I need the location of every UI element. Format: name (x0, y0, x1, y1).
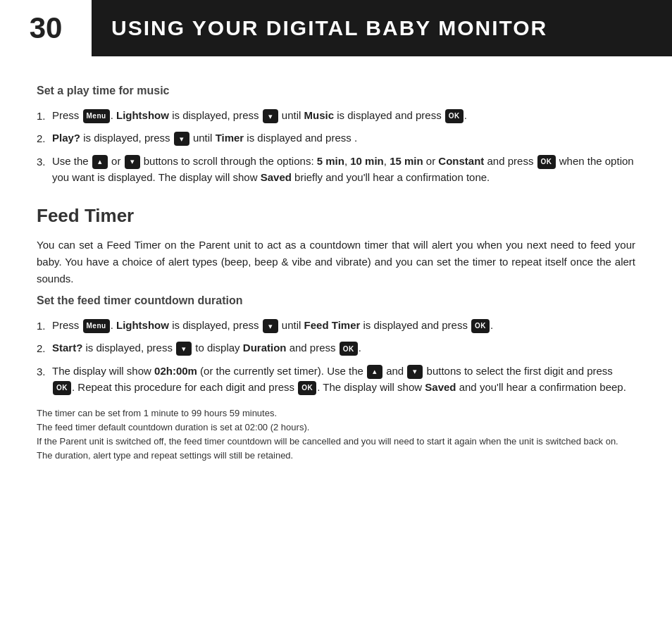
saved-label: Saved (261, 171, 292, 183)
list-content: Start? is displayed, press ▾ to display … (52, 339, 635, 356)
list-item: 2. Play? is displayed, press ▾ until Tim… (37, 130, 635, 146)
page-number: 30 (0, 0, 92, 56)
note-3: If the Parent unit is switched off, the … (37, 435, 635, 463)
list-num: 3. (37, 153, 52, 170)
page-header: 30 USING YOUR DIGITAL BABY MONITOR (0, 0, 672, 56)
page-title: USING YOUR DIGITAL BABY MONITOR (111, 16, 547, 40)
play-time-list: 1. Press Menu. Lightshow is displayed, p… (37, 107, 635, 185)
list-num: 1. (37, 317, 52, 334)
list-num: 2. (37, 130, 52, 146)
music-label: Music (304, 109, 335, 121)
list-num: 3. (37, 363, 52, 380)
ok-button[interactable]: OK (298, 381, 316, 395)
5min-label: 5 min (317, 155, 344, 167)
section-play-time-heading: Set a play time for music (37, 85, 635, 97)
list-content: Press Menu. Lightshow is displayed, pres… (52, 107, 635, 123)
menu-button[interactable]: Menu (83, 319, 110, 333)
15min-label: 15 min (390, 155, 423, 167)
down-arrow-button[interactable]: ▾ (174, 132, 189, 146)
list-item: 2. Start? is displayed, press ▾ to displ… (37, 339, 635, 356)
down-arrow-button[interactable]: ▾ (176, 342, 192, 356)
ok-button[interactable]: OK (445, 109, 463, 123)
list-item: 1. Press Menu. Lightshow is displayed, p… (37, 107, 635, 124)
feed-timer-label: Feed Timer (304, 319, 361, 331)
note-2: The feed timer default countdown duratio… (37, 420, 635, 435)
ok-button[interactable]: OK (537, 155, 556, 169)
header-title-bar: USING YOUR DIGITAL BABY MONITOR (92, 0, 672, 56)
feed-duration-list: 1. Press Menu. Lightshow is displayed, p… (37, 317, 635, 395)
list-num: 1. (37, 107, 52, 124)
ok-button[interactable]: OK (53, 381, 71, 395)
feed-duration-heading: Set the feed timer countdown duration (37, 294, 635, 307)
list-item: 1. Press Menu. Lightshow is displayed, p… (37, 317, 635, 334)
start-label: Start? (52, 342, 82, 354)
up-arrow-button[interactable]: ▴ (92, 155, 108, 169)
list-item: 3. Use the ▴ or ▾ buttons to scroll thro… (37, 153, 635, 186)
list-item: 3. The display will show 02h:00m (or the… (37, 363, 635, 396)
list-num: 2. (37, 339, 52, 356)
down-arrow-button[interactable]: ▾ (407, 365, 423, 379)
menu-button[interactable]: Menu (83, 109, 110, 123)
list-content: Press Menu. Lightshow is displayed, pres… (52, 317, 635, 333)
note-1: The timer can be set from 1 minute to 99… (37, 406, 635, 420)
feed-timer-heading: Feed Timer (37, 205, 635, 227)
duration-label: Duration (243, 342, 287, 354)
notes-section: The timer can be set from 1 minute to 99… (37, 406, 635, 463)
down-arrow-button[interactable]: ▾ (263, 109, 278, 123)
section-feed-timer: Feed Timer You can set a Feed Timer on t… (37, 205, 635, 287)
feed-timer-para: You can set a Feed Timer on the Parent u… (37, 237, 635, 287)
list-content: Play? is displayed, press ▾ until Timer … (52, 130, 635, 146)
down-arrow-button[interactable]: ▾ (263, 319, 278, 333)
ok-button[interactable]: OK (471, 319, 490, 333)
section-feed-duration: Set the feed timer countdown duration 1.… (37, 294, 635, 463)
section-play-time: Set a play time for music 1. Press Menu.… (37, 85, 635, 185)
down-arrow-button[interactable]: ▾ (125, 155, 140, 169)
up-arrow-button[interactable]: ▴ (367, 365, 382, 379)
list-content: Use the ▴ or ▾ buttons to scroll through… (52, 153, 635, 186)
list-content: The display will show 02h:00m (or the cu… (52, 363, 635, 396)
lightshow-label: Lightshow (116, 109, 169, 121)
10min-label: 10 min (350, 155, 384, 167)
play-label: Play? (52, 132, 80, 144)
timer-label: Timer (216, 132, 244, 144)
time-display-label: 02h:00m (154, 365, 197, 377)
main-content: Set a play time for music 1. Press Menu.… (0, 56, 672, 485)
lightshow-label: Lightshow (116, 319, 169, 331)
saved-label: Saved (425, 381, 456, 393)
constant-label: Constant (438, 155, 484, 167)
ok-button[interactable]: OK (340, 342, 358, 356)
